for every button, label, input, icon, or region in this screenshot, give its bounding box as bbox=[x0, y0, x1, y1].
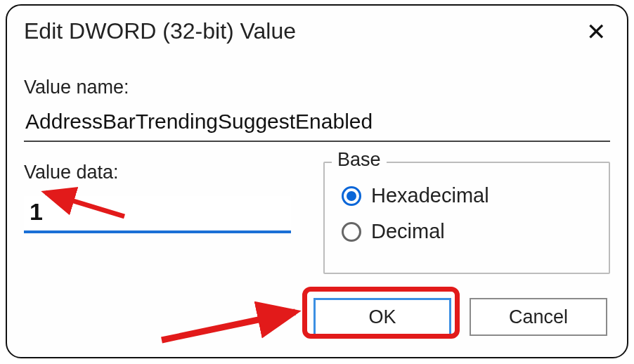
titlebar: Edit DWORD (32-bit) Value ✕ bbox=[24, 6, 610, 44]
value-data-label: Value data: bbox=[24, 162, 291, 183]
value-data-field-wrap bbox=[24, 196, 291, 233]
value-data-input[interactable] bbox=[28, 197, 287, 226]
dialog-buttons: OK Cancel bbox=[24, 298, 610, 336]
radio-circle-icon bbox=[342, 222, 361, 242]
close-icon[interactable]: ✕ bbox=[586, 20, 610, 44]
radio-hexadecimal[interactable]: Hexadecimal bbox=[342, 184, 592, 207]
base-groupbox: Base Hexadecimal Decimal bbox=[323, 162, 610, 274]
value-name-field[interactable]: AddressBarTrendingSuggestEnabled bbox=[24, 105, 610, 142]
radio-dot-icon bbox=[342, 186, 361, 206]
ok-button[interactable]: OK bbox=[313, 298, 451, 336]
radio-hex-label: Hexadecimal bbox=[371, 184, 489, 207]
edit-dword-dialog: Edit DWORD (32-bit) Value ✕ Value name: … bbox=[6, 4, 628, 358]
base-legend: Base bbox=[332, 149, 387, 171]
dialog-title: Edit DWORD (32-bit) Value bbox=[24, 18, 296, 44]
radio-decimal[interactable]: Decimal bbox=[342, 220, 592, 243]
cancel-button[interactable]: Cancel bbox=[470, 298, 607, 336]
radio-dec-label: Decimal bbox=[371, 220, 445, 243]
value-name-label: Value name: bbox=[24, 77, 610, 98]
